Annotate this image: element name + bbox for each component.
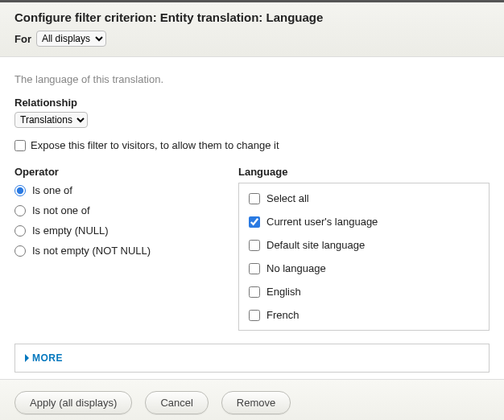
language-label: Language xyxy=(238,166,490,178)
dialog-header: Configure filter criterion: Entity trans… xyxy=(0,2,504,57)
language-option-label: No language xyxy=(266,262,326,274)
operator-radio[interactable] xyxy=(14,205,26,216)
operator-option[interactable]: Is one of xyxy=(14,184,224,196)
dialog-content: The language of this translation. Relati… xyxy=(0,57,504,379)
operator-option[interactable]: Is not one of xyxy=(14,204,224,216)
language-option-label: Default site language xyxy=(266,239,365,251)
operator-radio[interactable] xyxy=(14,245,26,257)
for-row: For All displays xyxy=(14,31,490,47)
language-option[interactable]: No language xyxy=(239,257,489,280)
expose-checkbox[interactable] xyxy=(14,140,26,151)
language-option-label: Current user's language xyxy=(266,216,378,228)
operator-option-label: Is one of xyxy=(32,184,72,196)
relationship-select[interactable]: Translations xyxy=(14,112,88,128)
remove-button[interactable]: Remove xyxy=(221,391,291,414)
apply-button[interactable]: Apply (all displays) xyxy=(14,391,132,414)
operator-option[interactable]: Is not empty (NOT NULL) xyxy=(14,245,224,257)
language-option-label: English xyxy=(266,286,301,298)
language-option-label: French xyxy=(266,309,299,321)
language-checkbox[interactable] xyxy=(249,193,260,204)
relationship-label: Relationship xyxy=(14,97,490,109)
language-checkbox[interactable] xyxy=(249,263,260,274)
language-checkbox[interactable] xyxy=(249,216,260,228)
relationship-section: Relationship Translations xyxy=(14,97,490,128)
language-option[interactable]: Current user's language xyxy=(239,210,489,233)
operator-list: Is one ofIs not one ofIs empty (NULL)Is … xyxy=(14,184,224,257)
for-select[interactable]: All displays xyxy=(36,31,106,47)
operator-radio[interactable] xyxy=(14,185,26,196)
operator-column: Operator Is one ofIs not one ofIs empty … xyxy=(14,166,224,257)
more-label: MORE xyxy=(32,352,63,364)
language-option-label: Select all xyxy=(266,192,309,204)
operator-option-label: Is not one of xyxy=(32,204,90,216)
operator-option-label: Is empty (NULL) xyxy=(32,224,109,237)
more-toggle[interactable]: MORE xyxy=(14,344,490,373)
language-option[interactable]: Default site language xyxy=(239,233,489,257)
language-option[interactable]: English xyxy=(239,280,489,303)
expose-label: Expose this filter to visitors, to allow… xyxy=(31,139,279,151)
language-option[interactable]: Select all xyxy=(239,187,489,210)
operator-radio[interactable] xyxy=(14,225,26,237)
language-checkbox[interactable] xyxy=(249,310,260,321)
language-checkbox[interactable] xyxy=(249,240,260,251)
operator-option-label: Is not empty (NOT NULL) xyxy=(32,245,151,257)
language-list: Select allCurrent user's languageDefault… xyxy=(238,183,490,331)
language-column: Language Select allCurrent user's langua… xyxy=(238,166,490,331)
dialog-footer: Apply (all displays) Cancel Remove xyxy=(0,379,504,420)
dialog-title: Configure filter criterion: Entity trans… xyxy=(14,10,490,24)
language-checkbox[interactable] xyxy=(249,286,260,298)
operator-label: Operator xyxy=(14,166,224,178)
cancel-button[interactable]: Cancel xyxy=(145,391,208,414)
operator-option[interactable]: Is empty (NULL) xyxy=(14,224,224,237)
expose-row: Expose this filter to visitors, to allow… xyxy=(14,139,490,151)
columns: Operator Is one ofIs not one ofIs empty … xyxy=(14,166,490,331)
language-option[interactable]: French xyxy=(239,303,489,327)
caret-right-icon xyxy=(25,354,29,362)
for-label: For xyxy=(14,33,31,45)
description-text: The language of this translation. xyxy=(14,73,490,85)
